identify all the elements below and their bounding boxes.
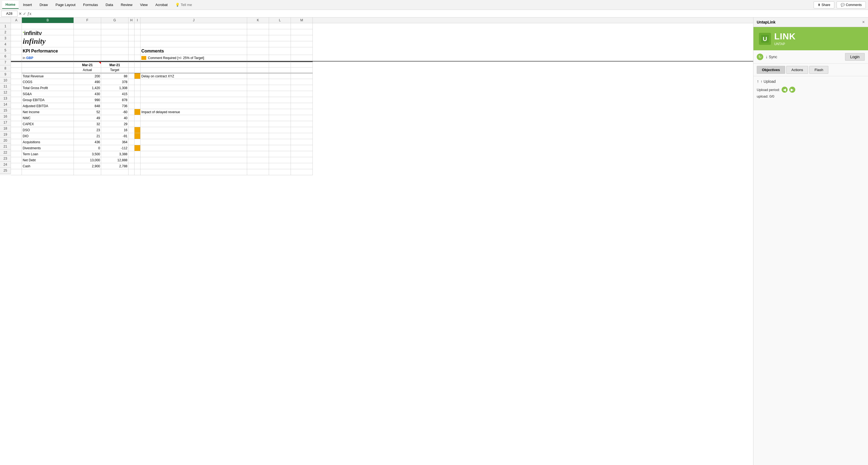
cell-j10[interactable] [141, 79, 247, 85]
cell-a10[interactable] [11, 79, 22, 85]
cell-i15-flag[interactable] [134, 109, 141, 115]
cell-g25[interactable] [101, 169, 128, 175]
cell-k11[interactable] [247, 85, 269, 91]
cell-h23[interactable] [128, 157, 134, 163]
cell-j23[interactable] [141, 157, 247, 163]
share-button[interactable]: ⬆ Share [814, 1, 834, 8]
cell-b19[interactable]: DIO [22, 133, 74, 139]
cell-k7[interactable] [247, 62, 269, 67]
cell-k3[interactable] [247, 35, 269, 41]
cell-g8-target[interactable]: Target [101, 67, 128, 73]
cell-f7-mar21[interactable]: Mar-21 [74, 62, 101, 67]
tab-page-layout[interactable]: Page Layout [52, 1, 79, 8]
cell-a3[interactable] [11, 35, 22, 41]
cell-h6[interactable] [128, 55, 134, 61]
cell-j24[interactable] [141, 163, 247, 169]
cell-b24[interactable]: Cash [22, 163, 74, 169]
cell-i24[interactable] [134, 163, 141, 169]
cell-h17[interactable] [128, 121, 134, 127]
cell-b12[interactable]: SG&A [22, 91, 74, 97]
cell-i22[interactable] [134, 151, 141, 157]
cell-i18-flag[interactable] [134, 127, 141, 133]
cell-i11[interactable] [134, 85, 141, 91]
cell-l8[interactable] [269, 67, 291, 73]
cell-j8[interactable] [141, 67, 247, 73]
cell-k20[interactable] [247, 139, 269, 145]
cell-k5[interactable] [247, 47, 269, 55]
cell-f19[interactable]: 21 [74, 133, 101, 139]
cell-l11[interactable] [269, 85, 291, 91]
cell-l6[interactable] [269, 55, 291, 61]
cell-a7[interactable] [11, 62, 22, 67]
tab-flash[interactable]: Flash [809, 66, 828, 74]
cell-a17[interactable] [11, 121, 22, 127]
cell-g23[interactable]: 12,888 [101, 157, 128, 163]
cell-a21[interactable] [11, 145, 22, 151]
formula-input[interactable] [33, 11, 867, 16]
cell-k6[interactable] [247, 55, 269, 61]
cell-f18[interactable]: 23 [74, 127, 101, 133]
cell-m6[interactable] [291, 55, 313, 61]
cell-a5[interactable] [11, 47, 22, 55]
cell-j17[interactable] [141, 121, 247, 127]
cell-l2[interactable] [269, 29, 291, 35]
cell-f24[interactable]: 2,900 [74, 163, 101, 169]
cell-g13[interactable]: 878 [101, 97, 128, 103]
cell-f16[interactable]: 49 [74, 115, 101, 121]
cell-a8[interactable] [11, 67, 22, 73]
cell-k21[interactable] [247, 145, 269, 151]
cell-f3[interactable] [74, 35, 101, 41]
cell-j15-comment[interactable]: Impact of delayed revenue [141, 109, 247, 115]
cell-l3[interactable] [269, 35, 291, 41]
cell-j21[interactable] [141, 145, 247, 151]
cell-f23[interactable]: 13,000 [74, 157, 101, 163]
cell-k25[interactable] [247, 169, 269, 175]
cell-l24[interactable] [269, 163, 291, 169]
cell-a12[interactable] [11, 91, 22, 97]
cell-h25[interactable] [128, 169, 134, 175]
cell-k10[interactable] [247, 79, 269, 85]
cell-f13[interactable]: 990 [74, 97, 101, 103]
cell-k22[interactable] [247, 151, 269, 157]
cell-k12[interactable] [247, 91, 269, 97]
cell-m17[interactable] [291, 121, 313, 127]
cell-m20[interactable] [291, 139, 313, 145]
cell-f11[interactable]: 1,420 [74, 85, 101, 91]
cell-h8[interactable] [128, 67, 134, 73]
cell-j19[interactable] [141, 133, 247, 139]
cell-j2[interactable] [141, 29, 247, 35]
tab-actions[interactable]: Actions [786, 66, 808, 74]
cell-k9[interactable] [247, 73, 269, 79]
cell-b13[interactable]: Group EBITDA [22, 97, 74, 103]
cell-m1[interactable] [291, 23, 313, 29]
cell-a13[interactable] [11, 97, 22, 103]
cell-m25[interactable] [291, 169, 313, 175]
cell-l20[interactable] [269, 139, 291, 145]
cell-m21[interactable] [291, 145, 313, 151]
cell-m3[interactable] [291, 35, 313, 41]
cell-h22[interactable] [128, 151, 134, 157]
cell-h3[interactable] [128, 35, 134, 41]
cell-a23[interactable] [11, 157, 22, 163]
cell-f1[interactable] [74, 23, 101, 29]
cell-m14[interactable] [291, 103, 313, 109]
cell-k18[interactable] [247, 127, 269, 133]
cell-h4[interactable] [128, 41, 134, 47]
cell-g24[interactable]: 2,788 [101, 163, 128, 169]
corner-cell[interactable] [0, 18, 11, 23]
cell-i4[interactable] [134, 41, 141, 47]
tab-home[interactable]: Home [2, 1, 19, 9]
cell-j6-comment-legend[interactable]: Comment Required [+/- 25% of Target] [141, 55, 247, 61]
confirm-formula-icon[interactable]: ✓ [23, 11, 26, 16]
cell-f14[interactable]: 848 [74, 103, 101, 109]
tab-acrobat[interactable]: Acrobat [152, 1, 171, 8]
cell-l23[interactable] [269, 157, 291, 163]
cell-h10[interactable] [128, 79, 134, 85]
cell-k15[interactable] [247, 109, 269, 115]
col-header-a[interactable]: A [11, 18, 22, 23]
cell-b25[interactable] [22, 169, 74, 175]
cell-i17[interactable] [134, 121, 141, 127]
cell-b11[interactable]: Total Gross Profit [22, 85, 74, 91]
cell-m11[interactable] [291, 85, 313, 91]
cell-k24[interactable] [247, 163, 269, 169]
